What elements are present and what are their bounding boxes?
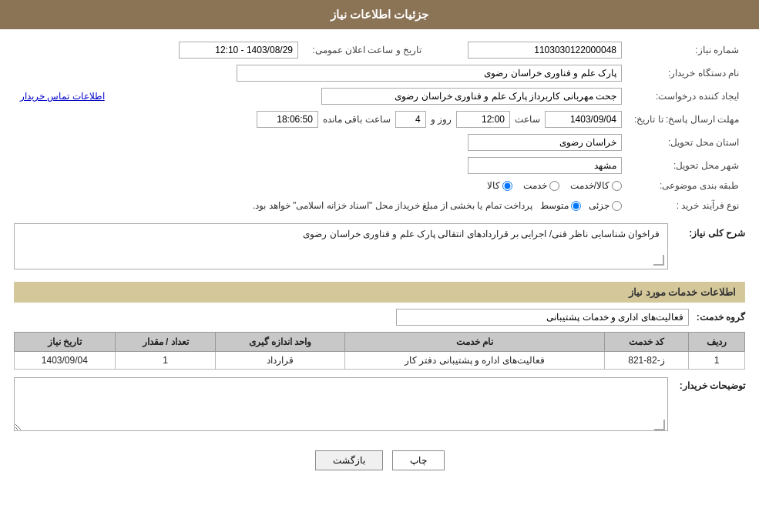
radio-motavaset-input[interactable]: [571, 201, 581, 211]
city-input[interactable]: [468, 157, 622, 174]
purchase-type-label: نوع فرآیند خرید :: [628, 194, 745, 217]
print-button[interactable]: چاپ: [392, 450, 445, 470]
info-table: شماره نیاز: تاریخ و ساعت اعلان عمومی: نا…: [14, 38, 745, 217]
col-header-row: ردیف: [689, 333, 745, 352]
radio-kala[interactable]: کالا: [487, 180, 512, 191]
creator-input[interactable]: [321, 88, 622, 105]
cell-count: 1: [115, 352, 216, 370]
service-group-row: گروه خدمت:: [14, 309, 745, 326]
services-table: ردیف کد خدمت نام خدمت واحد اندازه گیری ت…: [14, 332, 745, 370]
back-button[interactable]: بازگشت: [315, 450, 383, 470]
col-header-code: کد خدمت: [604, 333, 688, 352]
announce-input[interactable]: [179, 42, 298, 59]
radio-motavaset[interactable]: متوسط: [540, 200, 581, 211]
radio-jazii[interactable]: جزئی: [589, 200, 622, 211]
radio-jazii-input[interactable]: [612, 201, 622, 211]
service-group-input[interactable]: [396, 309, 689, 326]
category-radio-group: کالا/خدمت خدمت کالا: [20, 180, 622, 191]
radio-kala-label: کالا: [487, 180, 500, 191]
deadline-remaining-input[interactable]: [257, 111, 318, 128]
deadline-label: مهلت ارسال پاسخ: تا تاریخ:: [628, 108, 745, 131]
page-header: جزئیات اطلاعات نیاز: [0, 0, 759, 29]
services-section-header: اطلاعات خدمات مورد نیاز: [14, 282, 745, 303]
deadline-days-label: روز و: [431, 114, 452, 125]
col-header-name: نام خدمت: [344, 333, 604, 352]
cell-unit: قرارداد: [216, 352, 344, 370]
buyer-org-label: نام دستگاه خریدار:: [628, 62, 745, 85]
col-header-date: تاریخ نیاز: [15, 333, 116, 352]
table-row: 1ز-82-821فعالیت‌های اداره و پشتیبانی دفت…: [15, 352, 745, 370]
remarks-row: توضیحات خریدار:: [14, 377, 745, 433]
radio-khedmat-input[interactable]: [549, 181, 559, 191]
announce-label: تاریخ و ساعت اعلان عمومی:: [304, 38, 428, 62]
deadline-days-input[interactable]: [395, 111, 426, 128]
deadline-date-input[interactable]: [545, 111, 622, 128]
radio-motavaset-label: متوسط: [540, 200, 569, 211]
cell-date: 1403/09/04: [15, 352, 116, 370]
need-number-input[interactable]: [468, 42, 622, 59]
contact-link[interactable]: اطلاعات تماس خریدار: [20, 91, 105, 102]
description-label: شرح کلی نیاز:: [676, 223, 745, 239]
radio-kala-khedmat[interactable]: کالا/خدمت: [570, 180, 622, 191]
deadline-time-input[interactable]: [456, 111, 510, 128]
cell-row: 1: [689, 352, 745, 370]
buyer-org-input[interactable]: [237, 65, 622, 82]
city-label: شهر محل تحویل:: [628, 154, 745, 177]
radio-khedmat[interactable]: خدمت: [523, 180, 559, 191]
description-box: فراخوان شناسایی ناظر فنی/ اجرایی بر قرار…: [14, 223, 668, 269]
deadline-time-label: ساعت: [515, 114, 540, 125]
need-number-label: شماره نیاز:: [628, 38, 745, 62]
description-value: فراخوان شناسایی ناظر فنی/ اجرایی بر قرار…: [303, 229, 660, 239]
button-bar: چاپ بازگشت: [14, 441, 745, 480]
province-input[interactable]: [468, 134, 622, 151]
col-header-unit: واحد اندازه گیری: [216, 333, 344, 352]
col-header-count: تعداد / مقدار: [115, 333, 216, 352]
radio-khedmat-label: خدمت: [523, 180, 547, 191]
province-label: استان محل تحویل:: [628, 131, 745, 154]
purchase-type-note: پرداخت تمام یا بخشی از مبلغ خریداز محل "…: [253, 197, 532, 214]
radio-kala-input[interactable]: [502, 181, 512, 191]
service-group-label: گروه خدمت:: [697, 312, 745, 323]
cell-name: فعالیت‌های اداره و پشتیبانی دفتر کار: [344, 352, 604, 370]
services-section-title: اطلاعات خدمات مورد نیاز: [629, 286, 736, 298]
cell-code: ز-82-821: [604, 352, 688, 370]
radio-jazii-label: جزئی: [589, 200, 610, 211]
radio-kala-khedmat-input[interactable]: [612, 181, 622, 191]
deadline-remaining-label: ساعت باقی مانده: [323, 114, 391, 125]
radio-kala-khedmat-label: کالا/خدمت: [570, 180, 610, 191]
creator-label: ایجاد کننده درخواست:: [628, 85, 745, 108]
remarks-textarea[interactable]: [14, 377, 668, 431]
remarks-label: توضیحات خریدار:: [676, 377, 745, 391]
category-label: طبقه بندی موضوعی:: [628, 177, 745, 194]
page-title: جزئیات اطلاعات نیاز: [331, 8, 428, 21]
